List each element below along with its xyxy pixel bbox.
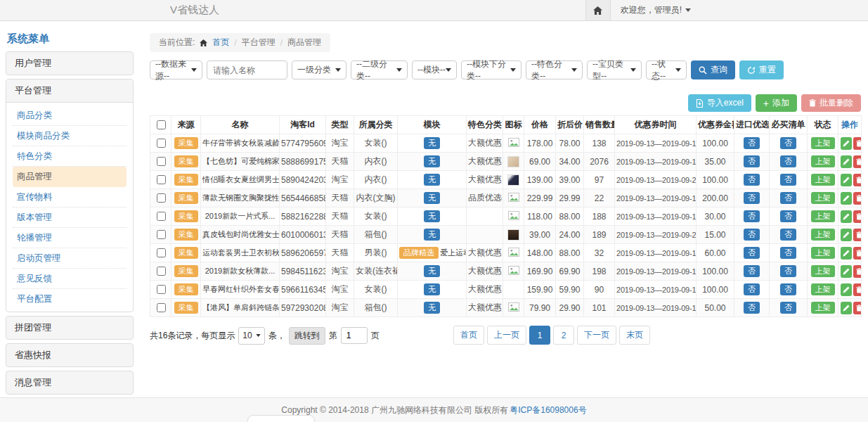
status-badge[interactable]: 上架	[811, 192, 835, 204]
filter-select[interactable]: --模块--	[412, 60, 457, 79]
page-button-末页[interactable]: 末页	[619, 326, 650, 345]
filter-select[interactable]: 一级分类	[292, 60, 346, 79]
status-badge[interactable]: 上架	[811, 283, 835, 295]
sidebar-item-link[interactable]: 宣传物料	[13, 187, 127, 207]
home-button[interactable]	[585, 0, 611, 20]
row-checkbox[interactable]	[157, 285, 166, 294]
row-checkbox[interactable]	[157, 157, 166, 166]
status-badge[interactable]: 上架	[811, 137, 835, 149]
edit-button[interactable]	[841, 192, 852, 205]
import-select-toggle[interactable]: 否	[744, 265, 760, 277]
edit-button[interactable]	[841, 265, 852, 278]
row-checkbox[interactable]	[157, 139, 166, 148]
page-number-input[interactable]	[341, 327, 368, 344]
page-button-下一页[interactable]: 下一页	[577, 326, 616, 345]
filter-select[interactable]: --模块下分类--	[461, 60, 522, 79]
delete-button[interactable]	[853, 174, 862, 186]
breadcrumb-home-link[interactable]: 首页	[212, 37, 229, 49]
must-buy-toggle[interactable]: 否	[780, 155, 796, 167]
status-badge[interactable]: 上架	[811, 174, 835, 186]
jump-button[interactable]: 跳转到	[289, 327, 325, 345]
search-name-input[interactable]	[207, 60, 287, 79]
status-badge[interactable]: 上架	[811, 210, 835, 222]
must-buy-toggle[interactable]: 否	[780, 302, 796, 314]
page-button-上一页[interactable]: 上一页	[487, 326, 526, 345]
page-button-首页[interactable]: 首页	[453, 326, 484, 345]
filter-select[interactable]: --二级分类--	[351, 60, 408, 79]
import-select-toggle[interactable]: 否	[744, 155, 760, 167]
must-buy-toggle[interactable]: 否	[780, 265, 796, 277]
edit-button[interactable]	[841, 174, 852, 186]
sidebar-section[interactable]: 拼团管理	[6, 316, 134, 340]
delete-button[interactable]	[853, 247, 862, 260]
sidebar-item-link[interactable]: 版本管理	[13, 207, 127, 228]
must-buy-toggle[interactable]: 否	[780, 247, 796, 259]
filter-select[interactable]: --状态--	[646, 60, 687, 79]
edit-button[interactable]	[841, 283, 852, 296]
delete-button[interactable]	[853, 283, 862, 296]
delete-button[interactable]	[853, 229, 862, 241]
edit-button[interactable]	[841, 210, 852, 223]
delete-button[interactable]	[853, 192, 862, 205]
import-select-toggle[interactable]: 否	[744, 174, 760, 186]
filter-select[interactable]: --数据来源--	[150, 60, 202, 79]
row-checkbox[interactable]	[157, 193, 166, 203]
sidebar-item-link[interactable]: 特色分类	[13, 146, 127, 167]
row-checkbox[interactable]	[157, 175, 166, 184]
reset-button[interactable]: 重置	[739, 60, 784, 79]
sidebar-item-link[interactable]: 模块商品分类	[13, 126, 127, 146]
per-page-select[interactable]: 10	[238, 327, 264, 345]
page-button-1[interactable]: 1	[529, 326, 550, 345]
delete-button[interactable]	[853, 265, 862, 278]
edit-button[interactable]	[841, 137, 852, 150]
row-checkbox[interactable]	[157, 303, 166, 312]
must-buy-toggle[interactable]: 否	[780, 283, 796, 295]
row-checkbox[interactable]	[157, 212, 166, 221]
sidebar-item-link[interactable]: 商品分类	[13, 106, 127, 126]
delete-button[interactable]	[853, 302, 862, 314]
import-select-toggle[interactable]: 否	[744, 247, 760, 259]
select-all-checkbox[interactable]	[157, 120, 166, 129]
sidebar-item-link[interactable]: 平台配置	[13, 289, 127, 309]
add-button[interactable]: + 添加	[756, 94, 797, 112]
import-select-toggle[interactable]: 否	[744, 192, 760, 204]
delete-button[interactable]	[853, 155, 862, 168]
status-badge[interactable]: 上架	[811, 302, 835, 314]
search-button[interactable]: 查询	[691, 60, 735, 79]
edit-button[interactable]	[841, 247, 852, 260]
status-badge[interactable]: 上架	[811, 155, 835, 167]
status-badge[interactable]: 上架	[811, 229, 835, 241]
user-menu[interactable]: 欢迎您，管理员!	[621, 4, 691, 16]
sidebar-section[interactable]: 消息管理	[6, 371, 134, 395]
edit-button[interactable]	[841, 155, 852, 168]
sidebar-section-platform[interactable]: 平台管理 商品分类模块商品分类特色分类商品管理宣传物料版本管理轮播管理启动页管理…	[6, 79, 134, 312]
import-excel-button[interactable]: 导入excel	[688, 94, 751, 112]
filter-select[interactable]: --特色分类--	[526, 60, 583, 79]
import-select-toggle[interactable]: 否	[744, 210, 760, 222]
sidebar-section-users[interactable]: 用户管理	[6, 51, 134, 75]
delete-button[interactable]	[853, 210, 862, 223]
page-button-2[interactable]: 2	[553, 326, 574, 345]
import-select-toggle[interactable]: 否	[744, 302, 760, 314]
must-buy-toggle[interactable]: 否	[780, 229, 796, 241]
sidebar-item-link[interactable]: 意见反馈	[13, 269, 127, 289]
icp-link[interactable]: 粤ICP备16098006号	[510, 404, 586, 416]
edit-button[interactable]	[841, 302, 852, 314]
row-checkbox[interactable]	[157, 267, 166, 276]
sidebar-item-link[interactable]: 轮播管理	[13, 228, 127, 248]
must-buy-toggle[interactable]: 否	[780, 192, 796, 204]
status-badge[interactable]: 上架	[811, 247, 835, 259]
import-select-toggle[interactable]: 否	[744, 283, 760, 295]
sidebar-section[interactable]: 省惠快报	[6, 343, 134, 367]
edit-button[interactable]	[841, 229, 852, 241]
delete-button[interactable]	[853, 137, 862, 150]
status-badge[interactable]: 上架	[811, 265, 835, 277]
row-checkbox[interactable]	[157, 248, 166, 257]
sidebar-item-active[interactable]: 商品管理	[13, 167, 127, 187]
import-select-toggle[interactable]: 否	[744, 229, 760, 241]
must-buy-toggle[interactable]: 否	[780, 137, 796, 149]
row-checkbox[interactable]	[157, 230, 166, 239]
filter-select[interactable]: --宝贝类型--	[587, 60, 642, 79]
sidebar-item-link[interactable]: 启动页管理	[13, 248, 127, 269]
must-buy-toggle[interactable]: 否	[780, 174, 796, 186]
